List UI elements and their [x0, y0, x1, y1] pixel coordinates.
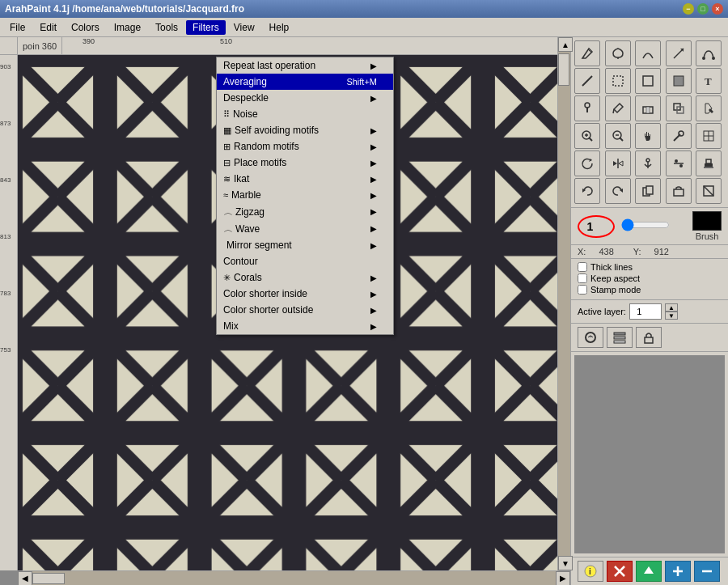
thick-lines-row: Thick lines [578, 262, 722, 272]
tool-hand[interactable] [635, 123, 661, 149]
menu-color-shorter-inside[interactable]: Color shorter inside ▶ [217, 286, 393, 302]
tool-anchor[interactable] [635, 150, 661, 176]
menu-mix[interactable]: Mix ▶ [217, 318, 393, 334]
menu-edit[interactable]: Edit [33, 20, 63, 35]
delete-button[interactable] [607, 561, 633, 582]
scroll-down-button[interactable]: ▼ [570, 556, 573, 570]
tool-lasso[interactable] [605, 40, 631, 66]
tool-arrow[interactable] [666, 40, 692, 66]
zigzag-icon: 〈 [222, 207, 234, 216]
scroll-left-button[interactable]: ◀ [18, 571, 32, 586]
menu-contour[interactable]: Contour [217, 253, 393, 269]
menu-filters[interactable]: Filters [186, 20, 226, 35]
stamp-mode-checkbox[interactable] [578, 285, 587, 295]
tool-paint[interactable] [696, 95, 722, 121]
menu-wave[interactable]: 〈 Wave ▶ [217, 220, 393, 237]
tool-clone[interactable] [666, 95, 692, 121]
tool-curve[interactable] [635, 40, 661, 66]
scroll-up-button[interactable]: ▲ [570, 37, 573, 52]
menu-noise[interactable]: ⠿ Noise [217, 106, 393, 122]
keep-aspect-checkbox[interactable] [578, 273, 587, 283]
tool-flip[interactable] [605, 150, 631, 176]
layer-down-button[interactable]: ▼ [665, 312, 678, 320]
menu-file[interactable]: File [3, 20, 32, 35]
tool-zoom-in[interactable] [574, 123, 600, 149]
tool-paste[interactable] [666, 178, 692, 204]
thick-lines-checkbox[interactable] [578, 262, 587, 272]
svg-point-42 [646, 159, 650, 162]
brush-size-slider[interactable] [621, 218, 670, 231]
menu-marble[interactable]: ≈ Marble ▶ [217, 187, 393, 203]
brush-size-input[interactable]: 1 [578, 215, 615, 238]
svg-rect-49 [704, 167, 713, 168]
menu-mirror-segment[interactable]: Mirror segment ▶ [217, 237, 393, 253]
tool-brush[interactable] [574, 95, 600, 121]
tool-text[interactable]: T [696, 68, 722, 94]
tool-grid[interactable] [696, 123, 722, 149]
active-layer-input[interactable] [629, 303, 662, 320]
scroll-right-button[interactable]: ▶ [556, 571, 570, 586]
minimize-button[interactable]: − [683, 3, 694, 15]
info-button[interactable]: i [578, 561, 603, 582]
tool-stamp[interactable] [696, 150, 722, 176]
menu-help[interactable]: Help [263, 20, 296, 35]
menu-despeckle[interactable]: Despeckle ▶ [217, 90, 393, 106]
menu-mirror-label: Mirror segment [226, 240, 292, 251]
close-button[interactable]: × [712, 3, 723, 15]
tool-undo[interactable] [574, 178, 600, 204]
menu-random-motifs[interactable]: ⊞ Random motifs ▶ [217, 138, 393, 155]
horizontal-scrollbar[interactable]: ◀ ▶ [18, 570, 570, 585]
menu-repeat-last[interactable]: Repeat last operation ▶ [217, 57, 393, 74]
tool-pencil[interactable] [574, 40, 600, 66]
menu-tools[interactable]: Tools [149, 20, 184, 35]
ruler-left: 903 873 843 813 783 753 [0, 55, 18, 570]
ruler-top: 390 510 [18, 37, 570, 55]
menu-image[interactable]: Image [108, 20, 147, 35]
tool-zoom-out[interactable] [605, 123, 631, 149]
tool-rotate[interactable] [574, 150, 600, 176]
menu-ikat-label: Ikat [234, 173, 249, 184]
menu-marble-label: Marble [231, 189, 261, 201]
tool-copy[interactable] [635, 178, 661, 204]
menu-color-outside-label: Color shorter outside [223, 304, 313, 316]
menu-place-motifs[interactable]: ⊟ Place motifs ▶ [217, 155, 393, 171]
layer-stepper: ▲ ▼ [665, 303, 678, 320]
color-swatch[interactable] [692, 211, 722, 231]
menu-color-shorter-outside[interactable]: Color shorter outside ▶ [217, 302, 393, 318]
svg-rect-48 [706, 159, 711, 163]
tool-redo[interactable] [605, 178, 631, 204]
svg-line-27 [589, 138, 592, 141]
submenu-arrow-marble: ▶ [370, 191, 377, 200]
menu-self-avoiding[interactable]: ▦ Self avoiding motifs ▶ [217, 122, 393, 138]
menu-ikat[interactable]: ≋ Ikat ▶ [217, 171, 393, 187]
tool-fill-rect[interactable] [666, 68, 692, 94]
remove-button[interactable] [694, 561, 720, 582]
tool-distribute[interactable] [666, 150, 692, 176]
tool-wand[interactable] [666, 123, 692, 149]
tool-eraser[interactable] [635, 95, 661, 121]
tool-line[interactable] [574, 68, 600, 94]
maximize-button[interactable]: □ [697, 3, 709, 15]
menu-view[interactable]: View [227, 20, 261, 35]
ruler-v-843: 843 [0, 176, 11, 184]
scrollbar-track-h[interactable] [32, 571, 556, 586]
layer-tab-layers[interactable] [607, 327, 633, 348]
layer-tab-lock[interactable] [636, 327, 662, 348]
tool-select-rect[interactable] [605, 68, 631, 94]
menu-corals[interactable]: ✳ Corals ▶ [217, 269, 393, 286]
layer-tab-paint[interactable] [578, 327, 603, 348]
add-button[interactable] [665, 561, 691, 582]
filters-dropdown-menu[interactable]: Repeat last operation ▶ Averaging Shift+… [216, 57, 394, 335]
scrollbar-thumb-h[interactable] [32, 573, 65, 584]
menu-colors[interactable]: Colors [65, 20, 106, 35]
tool-clear[interactable] [696, 178, 722, 204]
menu-averaging[interactable]: Averaging Shift+M [217, 74, 393, 90]
menu-zigzag[interactable]: 〈 Zigzag ▶ [217, 203, 393, 220]
tool-rect[interactable] [635, 68, 661, 94]
tool-bezier[interactable] [696, 40, 722, 66]
brush-slider-area [621, 218, 686, 234]
tool-eyedropper[interactable] [605, 95, 631, 121]
brush-label: Brush [696, 231, 719, 241]
up-button[interactable] [636, 561, 662, 582]
layer-up-button[interactable]: ▲ [665, 303, 678, 312]
